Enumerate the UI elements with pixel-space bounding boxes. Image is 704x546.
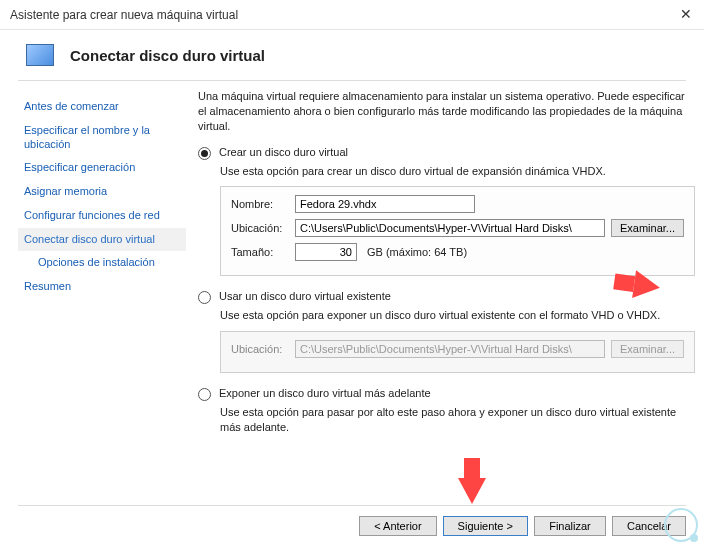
radio-attach-later-label: Exponer un disco duro virtual más adelan… [219,387,431,399]
watermark-icon [664,508,698,542]
finish-button[interactable]: Finalizar [534,516,606,536]
radio-create-vhd-label: Crear un disco duro virtual [219,146,348,158]
existing-browse-button: Examinar... [611,340,684,358]
vm-icon [26,44,54,66]
sidebar-item-summary[interactable]: Resumen [18,275,186,299]
location-input[interactable] [295,219,605,237]
main-content: Una máquina virtual requiere almacenamie… [186,89,695,499]
browse-button[interactable]: Examinar... [611,219,684,237]
sidebar-item-specify-generation[interactable]: Especificar generación [18,156,186,180]
annotation-arrow-icon [632,270,662,301]
create-vhd-desc: Use esta opción para crear un disco duro… [220,164,695,179]
use-existing-form: Ubicación: Examinar... [220,331,695,373]
location-label: Ubicación: [231,222,289,234]
sidebar-item-installation-options[interactable]: Opciones de instalación [18,251,186,275]
sidebar-item-assign-memory[interactable]: Asignar memoria [18,180,186,204]
wizard-header: Conectar disco duro virtual [0,30,704,76]
wizard-steps: Antes de comenzar Especificar el nombre … [18,89,186,499]
page-title: Conectar disco duro virtual [70,47,265,64]
size-label: Tamaño: [231,246,289,258]
size-input[interactable] [295,243,357,261]
use-existing-desc: Use esta opción para exponer un disco du… [220,308,695,323]
name-input[interactable] [295,195,475,213]
intro-text: Una máquina virtual requiere almacenamie… [198,89,695,134]
radio-attach-later[interactable] [198,388,211,401]
close-icon[interactable]: ✕ [680,6,692,22]
titlebar: Asistente para crear nueva máquina virtu… [0,0,704,30]
sidebar-item-configure-networking[interactable]: Configurar funciones de red [18,204,186,228]
radio-use-existing-label: Usar un disco duro virtual existente [219,290,391,302]
sidebar-item-connect-vhd[interactable]: Conectar disco duro virtual [18,228,186,252]
existing-location-input [295,340,605,358]
name-label: Nombre: [231,198,289,210]
size-unit: GB (máximo: 64 TB) [367,246,467,258]
previous-button[interactable]: < Anterior [359,516,436,536]
window-title: Asistente para crear nueva máquina virtu… [10,8,238,22]
wizard-footer: < Anterior Siguiente > Finalizar Cancela… [18,505,686,536]
create-vhd-form: Nombre: Ubicación: Examinar... Tamaño: G… [220,186,695,276]
sidebar-item-specify-name[interactable]: Especificar el nombre y la ubicación [18,119,186,157]
radio-create-vhd[interactable] [198,147,211,160]
next-button[interactable]: Siguiente > [443,516,528,536]
header-divider [18,80,686,81]
radio-use-existing-vhd[interactable] [198,291,211,304]
sidebar-item-before-you-begin[interactable]: Antes de comenzar [18,95,186,119]
existing-location-label: Ubicación: [231,343,289,355]
attach-later-desc: Use esta opción para pasar por alto este… [220,405,695,435]
annotation-arrow-icon [458,478,486,504]
